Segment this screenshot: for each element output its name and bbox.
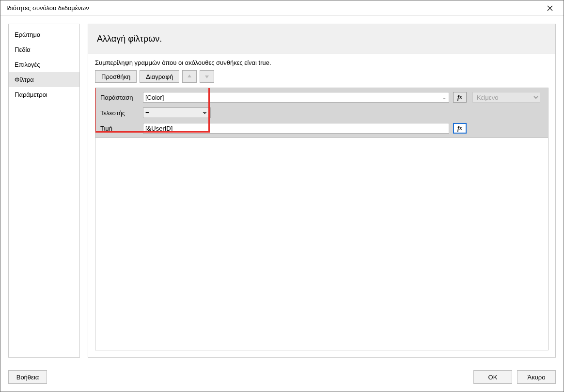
close-button[interactable]: [540, 1, 560, 15]
operator-label: Τελεστής: [100, 109, 139, 117]
close-icon: [547, 5, 553, 11]
sidebar-item-label: Πεδία: [15, 46, 31, 53]
fx-icon: fx: [457, 94, 462, 101]
add-button[interactable]: Προσθήκη: [95, 70, 137, 83]
sidebar: Ερώτημα Πεδία Επιλογές Φίλτρα Παράμετροι: [8, 24, 80, 358]
expression-fx-button[interactable]: fx: [453, 92, 467, 103]
instruction-text: Συμπερίληψη γραμμών όπου οι ακόλουθες συ…: [95, 59, 548, 66]
sidebar-item-filters[interactable]: Φίλτρα: [9, 72, 79, 87]
sidebar-item-options[interactable]: Επιλογές: [9, 57, 79, 72]
arrow-down-icon: [204, 74, 210, 79]
dialog-body: Ερώτημα Πεδία Επιλογές Φίλτρα Παράμετροι…: [0, 16, 564, 365]
operator-select[interactable]: =: [143, 107, 211, 118]
type-select-wrap: Κείμενο: [472, 92, 540, 103]
help-button[interactable]: Βοήθεια: [8, 370, 47, 384]
move-up-button[interactable]: [182, 70, 197, 83]
main-panel: Αλλαγή φίλτρων. Συμπερίληψη γραμμών όπου…: [88, 24, 556, 358]
titlebar: Ιδιότητες συνόλου δεδομένων: [0, 0, 564, 16]
expression-input-wrap: ⌄: [143, 92, 449, 103]
ok-button[interactable]: OK: [473, 370, 512, 384]
dialog-footer: Βοήθεια OK Άκυρο: [0, 365, 564, 392]
value-input-wrap: [143, 123, 449, 134]
sidebar-item-label: Ερώτημα: [15, 31, 40, 38]
filters-list: Παράσταση ⌄ fx Κείμενο: [95, 88, 548, 350]
expression-input[interactable]: [143, 92, 449, 103]
delete-button[interactable]: Διαγραφή: [140, 70, 179, 83]
type-select[interactable]: Κείμενο: [472, 92, 540, 103]
panel-content: Συμπερίληψη γραμμών όπου οι ακόλουθες συ…: [88, 54, 555, 357]
sidebar-item-label: Παράμετροι: [15, 91, 47, 98]
value-fx-button[interactable]: fx: [453, 123, 467, 134]
filter-row: Παράσταση ⌄ fx Κείμενο: [95, 88, 548, 138]
arrow-up-icon: [187, 74, 192, 79]
fx-icon: fx: [457, 125, 462, 132]
sidebar-item-label: Επιλογές: [15, 61, 40, 68]
cancel-button[interactable]: Άκυρο: [517, 370, 556, 384]
filters-toolbar: Προσθήκη Διαγραφή: [95, 70, 548, 83]
move-down-button[interactable]: [200, 70, 214, 83]
dialog-title: Ιδιότητες συνόλου δεδομένων: [6, 4, 540, 12]
value-label: Τιμή: [100, 125, 139, 132]
value-input[interactable]: [143, 123, 449, 134]
sidebar-item-fields[interactable]: Πεδία: [9, 42, 79, 57]
sidebar-item-query[interactable]: Ερώτημα: [9, 27, 79, 42]
sidebar-item-parameters[interactable]: Παράμετροι: [9, 87, 79, 102]
filter-grid: Παράσταση ⌄ fx Κείμενο: [100, 92, 540, 134]
operator-select-wrap: =: [143, 107, 211, 118]
sidebar-item-label: Φίλτρα: [15, 76, 34, 83]
dataset-properties-dialog: Ιδιότητες συνόλου δεδομένων Ερώτημα Πεδί…: [0, 0, 564, 392]
expression-label: Παράσταση: [100, 94, 139, 101]
panel-header: Αλλαγή φίλτρων.: [88, 24, 555, 54]
